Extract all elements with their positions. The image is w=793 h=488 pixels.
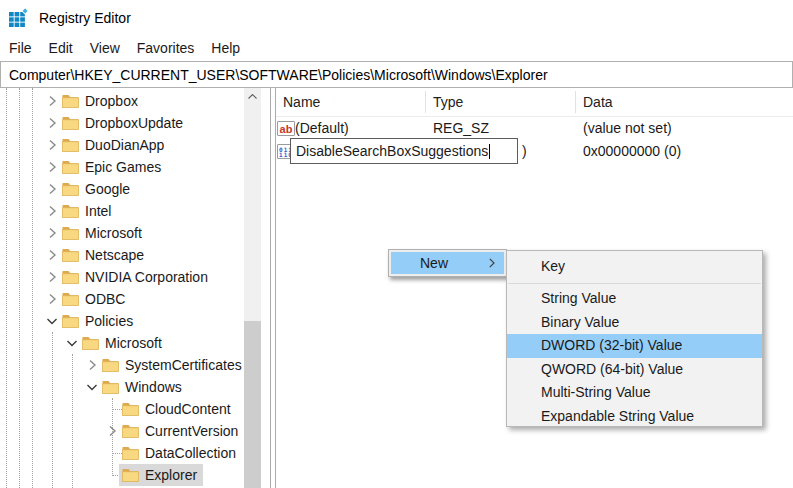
column-header-type[interactable]: Type	[433, 88, 463, 116]
menu-favorites[interactable]: Favorites	[130, 38, 205, 59]
folder-icon	[62, 248, 79, 262]
chevron-right-icon[interactable]	[104, 420, 120, 442]
menu-file[interactable]: File	[2, 38, 42, 59]
chevron-right-icon[interactable]	[44, 288, 60, 310]
folder-icon	[102, 358, 119, 372]
menu-help[interactable]: Help	[204, 38, 250, 59]
tree-item-nvidia-corporation[interactable]: NVIDIA Corporation	[0, 266, 262, 288]
chevron-right-icon[interactable]	[44, 244, 60, 266]
folder-icon	[62, 314, 79, 328]
chevron-right-icon[interactable]	[44, 266, 60, 288]
submenu-item-dword-32-bit-value[interactable]: DWORD (32-bit) Value	[507, 334, 762, 358]
submenu-item-string-value[interactable]: String Value	[507, 287, 762, 311]
chevron-right-icon[interactable]	[44, 90, 60, 112]
tree-item-content[interactable]: CurrentVersion	[122, 420, 238, 442]
chevron-down-icon[interactable]	[84, 376, 100, 398]
submenu-item-key[interactable]: Key	[507, 253, 762, 280]
tree-item-content[interactable]: DataCollection	[122, 442, 236, 464]
tree-item-content[interactable]: Google	[62, 178, 130, 200]
submenu-item-expandable-string-value[interactable]: Expandable String Value	[507, 405, 762, 429]
tree-item-content[interactable]: Epic Games	[62, 156, 161, 178]
tree-item-google[interactable]: Google	[0, 178, 262, 200]
context-menu-item-new[interactable]: New	[391, 252, 504, 274]
tree-item-content[interactable]: NVIDIA Corporation	[62, 266, 208, 288]
menu-view[interactable]: View	[83, 38, 130, 59]
submenu-item-qword-64-bit-value[interactable]: QWORD (64-bit) Value	[507, 358, 762, 382]
address-bar[interactable]: Computer\HKEY_CURRENT_USER\SOFTWARE\Poli…	[0, 61, 793, 88]
tree-item-content[interactable]: SystemCertificates	[102, 354, 242, 376]
tree-item-microsoft[interactable]: Microsoft	[0, 222, 262, 244]
tree-item-content[interactable]: Microsoft	[82, 332, 162, 354]
tree-item-epic-games[interactable]: Epic Games	[0, 156, 262, 178]
chevron-right-icon[interactable]	[44, 222, 60, 244]
tree-item-content[interactable]: Windows	[102, 376, 182, 398]
chevron-right-icon[interactable]	[44, 134, 60, 156]
value-type-partial: )	[522, 140, 527, 163]
column-separator[interactable]	[575, 91, 576, 113]
chevron-right-icon[interactable]	[44, 200, 60, 222]
menu-edit[interactable]: Edit	[42, 38, 83, 59]
scroll-up-button[interactable]	[244, 88, 261, 105]
value-name-edit-box[interactable]: DisableSearchBoxSuggestions	[290, 138, 518, 164]
tree-item-cloudcontent[interactable]: CloudContent	[0, 398, 262, 420]
tree-item-content[interactable]: Netscape	[62, 244, 144, 266]
tree-item-intel[interactable]: Intel	[0, 200, 262, 222]
tree-scrollbar[interactable]	[244, 88, 261, 488]
chevron-down-icon[interactable]	[44, 310, 60, 332]
scrollbar-thumb[interactable]	[244, 321, 261, 488]
tree-item-content[interactable]: ODBC	[62, 288, 125, 310]
tree-item-explorer[interactable]: Explorer	[0, 464, 262, 486]
folder-icon	[62, 182, 79, 196]
tree-item-label: Explorer	[145, 467, 197, 483]
tree-item-content[interactable]: DuoDianApp	[62, 134, 164, 156]
tree-item-content[interactable]: CloudContent	[122, 398, 231, 420]
pane-divider-line[interactable]	[270, 88, 271, 488]
menu-separator	[508, 283, 761, 284]
tree-item-netscape[interactable]: Netscape	[0, 244, 262, 266]
tree-item-content[interactable]: Intel	[62, 200, 111, 222]
tree-item-windows[interactable]: Windows	[0, 376, 262, 398]
string-value-icon: ab	[277, 121, 295, 136]
tree-item-label: Netscape	[85, 247, 144, 263]
chevron-right-icon[interactable]	[84, 354, 100, 376]
tree-item-content[interactable]: Explorer	[119, 464, 203, 486]
chevron-right-icon[interactable]	[44, 178, 60, 200]
tree-item-dropbox[interactable]: Dropbox	[0, 90, 262, 112]
submenu-item-multi-string-value[interactable]: Multi-String Value	[507, 381, 762, 405]
tree-item-content[interactable]: Dropbox	[62, 90, 138, 112]
tree-item-policies[interactable]: Policies	[0, 310, 262, 332]
column-header-data[interactable]: Data	[583, 88, 613, 116]
tree-item-dropboxupdate[interactable]: DropboxUpdate	[0, 112, 262, 134]
registry-editor-icon	[8, 8, 30, 28]
value-row-disablesearchboxsuggestions[interactable]: 011110DisableSearchBoxSuggestions)0x0000…	[276, 140, 793, 163]
tree-item-microsoft[interactable]: Microsoft	[0, 332, 262, 354]
folder-icon	[82, 336, 99, 350]
tree-item-label: Epic Games	[85, 159, 161, 175]
tree-item-label: DuoDianApp	[85, 137, 164, 153]
tree-item-label: Microsoft	[85, 225, 142, 241]
column-separator[interactable]	[425, 91, 426, 113]
text-caret	[489, 144, 490, 159]
tree-item-content[interactable]: Policies	[62, 310, 133, 332]
column-header-name[interactable]: Name	[283, 88, 320, 116]
chevron-right-icon[interactable]	[44, 156, 60, 178]
tree-item-datacollection[interactable]: DataCollection	[0, 442, 262, 464]
tree-item-content[interactable]: DropboxUpdate	[62, 112, 183, 134]
tree-item-odbc[interactable]: ODBC	[0, 288, 262, 310]
tree-item-systemcertificates[interactable]: SystemCertificates	[0, 354, 262, 376]
list-column-headers: Name Type Data	[276, 88, 793, 116]
submenu-item-binary-value[interactable]: Binary Value	[507, 311, 762, 335]
folder-icon	[122, 468, 139, 482]
tree-item-content[interactable]: Microsoft	[62, 222, 142, 244]
tree-item-label: Policies	[85, 313, 133, 329]
tree-item-label: CloudContent	[145, 401, 231, 417]
chevron-right-icon[interactable]	[44, 112, 60, 134]
submenu-arrow-icon	[489, 258, 495, 268]
folder-icon	[62, 138, 79, 152]
title-bar: Registry Editor	[0, 0, 793, 36]
folder-icon	[62, 116, 79, 130]
tree-item-duodianapp[interactable]: DuoDianApp	[0, 134, 262, 156]
chevron-down-icon[interactable]	[64, 332, 80, 354]
value-row-default[interactable]: ab(Default)REG_SZ(value not set)	[276, 117, 793, 140]
tree-item-currentversion[interactable]: CurrentVersion	[0, 420, 262, 442]
